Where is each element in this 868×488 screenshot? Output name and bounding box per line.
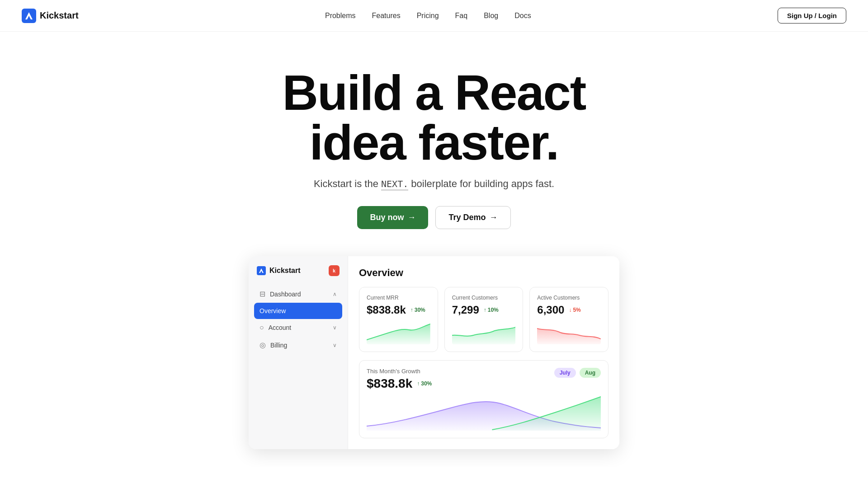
stat-cards: Current MRR $838.8k ↑ 30% <box>359 287 609 352</box>
customers-arrow: ↑ <box>484 307 486 313</box>
sidebar-logo: Kickstart k <box>249 265 348 285</box>
growth-value: $838.8k <box>367 376 412 391</box>
dashboard-chevron: ∧ <box>333 291 337 297</box>
overview-title: Overview <box>359 267 609 279</box>
active-label: Active Customers <box>537 295 601 301</box>
hero-buttons: Buy now → Try Demo → <box>9 206 859 229</box>
sidebar-item-dashboard[interactable]: ⊟ Dashboard ∧ <box>254 285 342 303</box>
navbar: Kickstart Problems Features Pricing Faq … <box>0 0 868 32</box>
stat-card-active: Active Customers 6,300 ↓ 5% <box>529 287 609 352</box>
active-arrow: ↓ <box>569 307 571 313</box>
mrr-label: Current MRR <box>367 295 430 301</box>
active-chart <box>537 322 601 344</box>
mrr-chart <box>367 322 430 344</box>
nav-problems[interactable]: Problems <box>325 12 356 20</box>
hero-subtext: Kickstart is the NEXT. boilerplate for b… <box>9 178 859 190</box>
legend-aug-button[interactable]: Aug <box>580 368 601 378</box>
overview-label: Overview <box>259 307 286 314</box>
hero-headline: Build a React idea faster. <box>231 68 637 167</box>
mrr-arrow: ↑ <box>410 307 413 313</box>
account-chevron: ∨ <box>333 324 337 331</box>
sidebar-dashboard-label: Dashboard <box>270 291 301 298</box>
sidebar-logo-icon <box>257 266 266 275</box>
signup-button[interactable]: Sign Up / Login <box>778 8 846 23</box>
nav-docs[interactable]: Docs <box>514 12 531 20</box>
nav-links: Problems Features Pricing Faq Blog Docs <box>325 12 531 20</box>
customers-value: 7,299 <box>452 304 479 316</box>
customers-chart <box>452 322 516 344</box>
nav-blog[interactable]: Blog <box>484 12 498 20</box>
mrr-badge: ↑ 30% <box>410 307 425 313</box>
sidebar-billing-label: Billing <box>270 342 287 349</box>
nav-pricing[interactable]: Pricing <box>417 12 439 20</box>
stat-card-mrr: Current MRR $838.8k ↑ 30% <box>359 287 438 352</box>
demo-sidebar: Kickstart k ⊟ Dashboard ∧ Overview <box>249 256 348 449</box>
growth-badge: ↑ 30% <box>417 380 432 387</box>
sidebar-badge: k <box>329 265 340 276</box>
sidebar-item-account[interactable]: ○ Account ∨ <box>254 319 342 336</box>
mrr-change: 30% <box>415 307 425 313</box>
sidebar-item-overview[interactable]: Overview <box>254 303 342 319</box>
customers-label: Current Customers <box>452 295 516 301</box>
account-icon: ○ <box>259 324 264 332</box>
try-demo-button[interactable]: Try Demo → <box>435 206 510 229</box>
active-badge: ↓ 5% <box>569 307 580 313</box>
growth-card: This Month's Growth $838.8k ↑ 30% July A… <box>359 360 609 438</box>
buy-now-button[interactable]: Buy now → <box>357 206 428 229</box>
customers-change: 10% <box>488 307 499 313</box>
demo-preview: Kickstart k ⊟ Dashboard ∧ Overview <box>0 256 868 467</box>
stat-card-customers: Current Customers 7,299 ↑ 10% <box>444 287 524 352</box>
nav-faq[interactable]: Faq <box>455 12 468 20</box>
legend-july-button[interactable]: July <box>554 368 576 378</box>
customers-badge: ↑ 10% <box>484 307 499 313</box>
sidebar-item-billing[interactable]: ◎ Billing ∨ <box>254 336 342 354</box>
growth-change: 30% <box>421 380 432 387</box>
growth-chart <box>367 394 601 431</box>
active-change: 5% <box>573 307 580 313</box>
growth-legend: July Aug <box>554 368 601 378</box>
growth-title: This Month's Growth <box>367 368 432 375</box>
growth-arrow: ↑ <box>417 380 420 387</box>
sidebar-account-label: Account <box>269 324 292 331</box>
nav-features[interactable]: Features <box>372 12 401 20</box>
billing-chevron: ∨ <box>333 342 337 348</box>
hero-section: Build a React idea faster. Kickstart is … <box>0 32 868 256</box>
logo-text: Kickstart <box>40 10 79 21</box>
mrr-value: $838.8k <box>367 304 406 316</box>
billing-icon: ◎ <box>259 341 266 349</box>
logo-icon <box>22 9 36 23</box>
dashboard-icon: ⊟ <box>259 290 265 298</box>
main-content: Overview Current MRR $838.8k ↑ 30% <box>348 256 619 449</box>
sidebar-nav: ⊟ Dashboard ∧ Overview ○ Account <box>249 285 348 356</box>
logo-link[interactable]: Kickstart <box>22 9 79 23</box>
active-value: 6,300 <box>537 304 564 316</box>
demo-card: Kickstart k ⊟ Dashboard ∧ Overview <box>249 256 619 449</box>
